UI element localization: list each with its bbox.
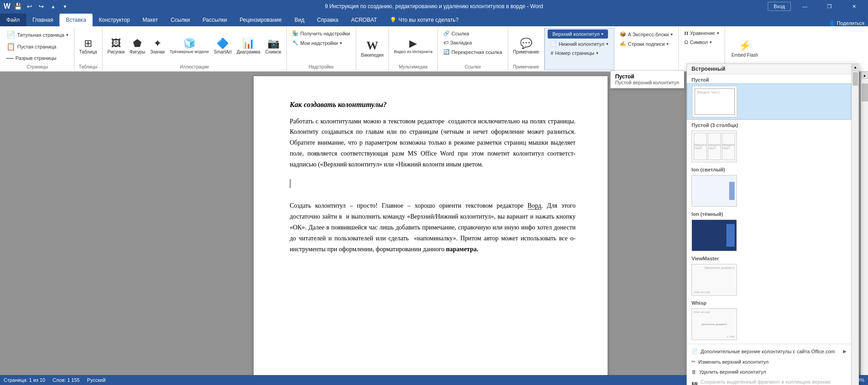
blank3col-header-item[interactable]: Введите текст Введите текст Введите текс… [687, 129, 851, 164]
link-button[interactable]: 🔗 Ссылка [441, 29, 472, 38]
delete-header-icon: 🗑 [691, 369, 696, 375]
delete-header-item[interactable]: 🗑 Удалить верхний колонтитул [687, 367, 851, 377]
section-blank-label: Пустой [687, 74, 851, 83]
tab-view[interactable]: Вид [288, 14, 311, 26]
scrollbar-thumb[interactable] [862, 83, 868, 102]
smartart-button[interactable]: 🔷 SmartArt [211, 37, 234, 56]
blank-header-item[interactable]: [Введите текст] [687, 83, 851, 120]
ribbon-group-tables: ⊞ Таблица Таблицы [74, 28, 103, 70]
tab-home[interactable]: Главная [26, 14, 60, 26]
embed-flash-group-content: ⚡ Embed Flash [728, 29, 762, 68]
media-group-label: Мультимедиа [399, 64, 427, 69]
panel-header: Встроенный [687, 64, 851, 74]
wikipedia-group-content: W Википедия [359, 29, 386, 68]
quick-access-undo[interactable]: ↩ [25, 2, 34, 11]
blank-preview: [Введите текст] [695, 88, 735, 115]
save-selection-label: Сохранить выделенный фрагмент в коллекци… [701, 379, 847, 385]
tab-file[interactable]: Файл [0, 14, 26, 26]
window-title: 9 Инструкция по созданию, редактированию… [325, 3, 543, 10]
quick-access-dropdown[interactable]: ▼ [60, 2, 69, 11]
panel-scroll-up[interactable]: ▲ [852, 64, 859, 71]
links-group-label: Ссылки [465, 64, 481, 69]
share-button[interactable]: 👤 Поделиться [829, 20, 864, 26]
document-body: Работать с колонтитулами можно в текстов… [290, 116, 576, 255]
equation-button[interactable]: Π Уравнение ▾ [682, 29, 722, 37]
footer-dropdown-button[interactable]: 📄 Нижний колонтитул ▾ [548, 39, 611, 48]
words-status: Слов: 1 155 [53, 377, 80, 383]
blank-thumb: [Введите текст] [692, 86, 737, 117]
title-page-button[interactable]: 📄 Титульная страница ▾ [4, 29, 71, 40]
wikipedia-button[interactable]: W Википедия [359, 39, 386, 59]
scrollbar-up-button[interactable]: ▲ [861, 72, 868, 79]
comments-group-label: Примечание [513, 64, 539, 69]
blank-page-button[interactable]: 📋 Пустая страница [4, 41, 71, 52]
bookmark-button[interactable]: 🏷 Закладка [441, 39, 475, 47]
word-link[interactable]: Ворд [528, 202, 541, 210]
video-button[interactable]: ▶ Видео из Интернета [392, 37, 435, 55]
quick-access-up[interactable]: ▲ [49, 2, 58, 11]
tab-mailings[interactable]: Рассылки [196, 14, 233, 26]
images-button[interactable]: 🖼 Рисунки [105, 37, 127, 56]
signature-line-button[interactable]: ✍ Строки подписи ▾ [617, 39, 676, 48]
3d-models-button[interactable]: 🧊 Трёхмерные модели [167, 37, 211, 55]
viewmaster-header-item[interactable]: Заполните документ [Имя автора] [687, 262, 851, 297]
tab-review[interactable]: Рецензирование [233, 14, 288, 26]
quick-access-redo[interactable]: ↪ [37, 2, 46, 11]
comment-button[interactable]: 💬 Примечание [511, 37, 542, 56]
my-addins-button[interactable]: 🔧 Мои надстройки ▾ [289, 39, 345, 47]
ribbon-group-illustrations: 🖼 Рисунки ⬟ Фигуры ✦ Значки 🧊 Трёхмерные… [103, 28, 287, 70]
text-box-button[interactable]: 📦 A Экспресс-блоки ▾ [617, 30, 676, 39]
symbol-button[interactable]: Ω Символ ▾ [682, 38, 715, 46]
ribbon-group-wikipedia: W Википедия [356, 28, 389, 70]
more-headers-item[interactable]: 📄 Дополнительные верхние колонтитулы с с… [687, 346, 851, 356]
ribbon-group-links: 🔗 Ссылка 🏷 Закладка 🔄 Перекрестная ссылк… [438, 28, 508, 70]
icons-button[interactable]: ✦ Значки [148, 37, 167, 56]
panel-scroll-thumb[interactable] [853, 72, 858, 86]
addins-group-content: 🏪 Получить надстройки 🔧 Мои надстройки ▾ [289, 29, 353, 63]
edit-header-item[interactable]: ✏ Изменить верхний колонтитул [687, 356, 851, 367]
ribbon-group-addins: 🏪 Получить надстройки 🔧 Мои надстройки ▾… [287, 28, 356, 70]
panel-inner: Встроенный Пустой [Введите текст] Пустой… [687, 64, 858, 385]
col2: Введите текст [708, 133, 721, 160]
header-dropdown-button[interactable]: Верхний колонтитул ▾ [548, 29, 608, 39]
paragraph-2: Создать колонтитул – просто! Главное – х… [290, 200, 576, 254]
screenshot-button[interactable]: 📷 Снимок [263, 37, 283, 56]
tab-insert[interactable]: Вставка [59, 14, 93, 26]
tables-group-label: Таблицы [79, 64, 98, 69]
links-group-content: 🔗 Ссылка 🏷 Закладка 🔄 Перекрестная ссылк… [441, 29, 505, 63]
embed-flash-button[interactable]: ⚡ Embed Flash [728, 38, 762, 59]
ion-light-header-item[interactable] [687, 173, 851, 209]
get-addins-button[interactable]: 🏪 Получить надстройки [289, 29, 353, 38]
restore-down-button[interactable]: — [794, 0, 815, 13]
tab-references[interactable]: Ссылки [164, 14, 196, 26]
maximize-button[interactable]: ❐ [819, 0, 840, 13]
ribbon-group-header-footer: Верхний колонтитул ▾ 📄 Нижний колонтитул… [544, 28, 614, 70]
page-break-button[interactable]: — Разрыв страницы [4, 53, 71, 63]
scrollbar-track [862, 80, 868, 374]
page-status: Страница: 1 из 10 [4, 377, 45, 383]
whisp-preview: [Имя автора] Заполните документ 1 | titl… [692, 309, 736, 340]
ion-light-preview [692, 175, 736, 206]
tab-help[interactable]: Справка [311, 14, 345, 26]
save-selection-item: 💾 Сохранить выделенный фрагмент в коллек… [687, 377, 851, 385]
sign-in-button[interactable]: Вход [768, 2, 791, 11]
col3: Введите текст [722, 133, 735, 160]
ion-light-thumb [691, 175, 737, 207]
chart-button[interactable]: 📊 Диаграмма [234, 37, 262, 56]
comments-group-content: 💬 Примечание [511, 29, 542, 63]
tab-acrobat[interactable]: ACROBAT [345, 14, 383, 26]
close-button[interactable]: ✕ [843, 0, 864, 13]
shapes-button[interactable]: ⬟ Фигуры [128, 37, 147, 56]
table-button[interactable]: ⊞ Таблица [77, 37, 99, 56]
tab-design[interactable]: Конструктор [93, 14, 136, 26]
pages-group-content: 📄 Титульная страница ▾ 📋 Пустая страница… [4, 29, 71, 63]
page-number-dropdown-button[interactable]: # Номер страницы ▾ [548, 49, 601, 57]
blank3col-thumb: Введите текст Введите текст Введите текс… [691, 131, 737, 162]
cross-reference-button[interactable]: 🔄 Перекрестная ссылка [441, 48, 505, 56]
quick-access-save[interactable]: 💾 [13, 2, 22, 11]
tab-layout[interactable]: Макет [136, 14, 164, 26]
whisp-header-item[interactable]: [Имя автора] Заполните документ 1 | titl… [687, 307, 851, 342]
tab-search[interactable]: 💡 Что вы хотите сделать? [383, 14, 465, 26]
ion-dark-bar [726, 224, 735, 247]
ion-dark-header-item[interactable] [687, 218, 851, 253]
